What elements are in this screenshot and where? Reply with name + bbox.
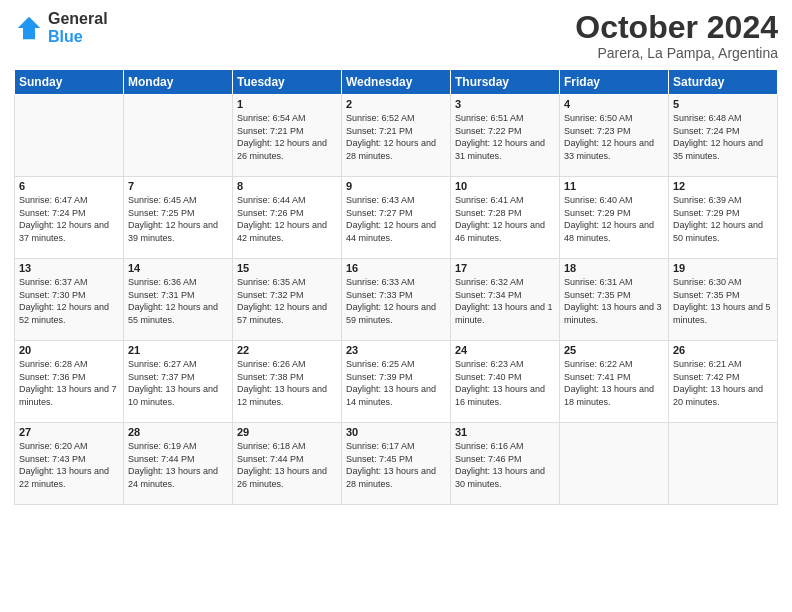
calendar-cell: 11Sunrise: 6:40 AM Sunset: 7:29 PM Dayli…	[560, 177, 669, 259]
calendar-cell: 15Sunrise: 6:35 AM Sunset: 7:32 PM Dayli…	[233, 259, 342, 341]
calendar-cell: 31Sunrise: 6:16 AM Sunset: 7:46 PM Dayli…	[451, 423, 560, 505]
day-info: Sunrise: 6:37 AM Sunset: 7:30 PM Dayligh…	[19, 276, 119, 326]
day-info: Sunrise: 6:28 AM Sunset: 7:36 PM Dayligh…	[19, 358, 119, 408]
day-info: Sunrise: 6:27 AM Sunset: 7:37 PM Dayligh…	[128, 358, 228, 408]
day-number: 31	[455, 426, 555, 438]
day-number: 13	[19, 262, 119, 274]
logo-icon	[14, 13, 44, 43]
calendar-cell: 1Sunrise: 6:54 AM Sunset: 7:21 PM Daylig…	[233, 95, 342, 177]
day-number: 19	[673, 262, 773, 274]
calendar-cell	[15, 95, 124, 177]
calendar-cell: 21Sunrise: 6:27 AM Sunset: 7:37 PM Dayli…	[124, 341, 233, 423]
day-number: 26	[673, 344, 773, 356]
day-number: 15	[237, 262, 337, 274]
day-number: 11	[564, 180, 664, 192]
day-info: Sunrise: 6:35 AM Sunset: 7:32 PM Dayligh…	[237, 276, 337, 326]
calendar-cell: 23Sunrise: 6:25 AM Sunset: 7:39 PM Dayli…	[342, 341, 451, 423]
location-subtitle: Parera, La Pampa, Argentina	[575, 45, 778, 61]
calendar-cell: 29Sunrise: 6:18 AM Sunset: 7:44 PM Dayli…	[233, 423, 342, 505]
day-info: Sunrise: 6:48 AM Sunset: 7:24 PM Dayligh…	[673, 112, 773, 162]
day-info: Sunrise: 6:41 AM Sunset: 7:28 PM Dayligh…	[455, 194, 555, 244]
day-number: 7	[128, 180, 228, 192]
day-number: 17	[455, 262, 555, 274]
calendar-cell: 25Sunrise: 6:22 AM Sunset: 7:41 PM Dayli…	[560, 341, 669, 423]
calendar-cell: 18Sunrise: 6:31 AM Sunset: 7:35 PM Dayli…	[560, 259, 669, 341]
day-info: Sunrise: 6:16 AM Sunset: 7:46 PM Dayligh…	[455, 440, 555, 490]
title-block: October 2024 Parera, La Pampa, Argentina	[575, 10, 778, 61]
col-tuesday: Tuesday	[233, 70, 342, 95]
calendar-cell: 26Sunrise: 6:21 AM Sunset: 7:42 PM Dayli…	[669, 341, 778, 423]
col-saturday: Saturday	[669, 70, 778, 95]
day-info: Sunrise: 6:22 AM Sunset: 7:41 PM Dayligh…	[564, 358, 664, 408]
col-thursday: Thursday	[451, 70, 560, 95]
day-number: 14	[128, 262, 228, 274]
day-info: Sunrise: 6:50 AM Sunset: 7:23 PM Dayligh…	[564, 112, 664, 162]
day-info: Sunrise: 6:21 AM Sunset: 7:42 PM Dayligh…	[673, 358, 773, 408]
col-sunday: Sunday	[15, 70, 124, 95]
svg-marker-0	[18, 16, 41, 39]
month-title: October 2024	[575, 10, 778, 45]
calendar-week-row: 27Sunrise: 6:20 AM Sunset: 7:43 PM Dayli…	[15, 423, 778, 505]
calendar-cell: 17Sunrise: 6:32 AM Sunset: 7:34 PM Dayli…	[451, 259, 560, 341]
day-number: 1	[237, 98, 337, 110]
day-number: 27	[19, 426, 119, 438]
calendar-cell: 7Sunrise: 6:45 AM Sunset: 7:25 PM Daylig…	[124, 177, 233, 259]
calendar-cell: 5Sunrise: 6:48 AM Sunset: 7:24 PM Daylig…	[669, 95, 778, 177]
calendar-week-row: 13Sunrise: 6:37 AM Sunset: 7:30 PM Dayli…	[15, 259, 778, 341]
calendar-cell: 16Sunrise: 6:33 AM Sunset: 7:33 PM Dayli…	[342, 259, 451, 341]
calendar-cell: 19Sunrise: 6:30 AM Sunset: 7:35 PM Dayli…	[669, 259, 778, 341]
day-info: Sunrise: 6:40 AM Sunset: 7:29 PM Dayligh…	[564, 194, 664, 244]
day-info: Sunrise: 6:47 AM Sunset: 7:24 PM Dayligh…	[19, 194, 119, 244]
day-number: 24	[455, 344, 555, 356]
day-info: Sunrise: 6:26 AM Sunset: 7:38 PM Dayligh…	[237, 358, 337, 408]
day-number: 10	[455, 180, 555, 192]
col-friday: Friday	[560, 70, 669, 95]
calendar-cell: 2Sunrise: 6:52 AM Sunset: 7:21 PM Daylig…	[342, 95, 451, 177]
calendar-cell: 20Sunrise: 6:28 AM Sunset: 7:36 PM Dayli…	[15, 341, 124, 423]
day-info: Sunrise: 6:25 AM Sunset: 7:39 PM Dayligh…	[346, 358, 446, 408]
day-number: 9	[346, 180, 446, 192]
calendar-cell: 27Sunrise: 6:20 AM Sunset: 7:43 PM Dayli…	[15, 423, 124, 505]
logo-text: General Blue	[48, 10, 108, 45]
calendar-cell: 10Sunrise: 6:41 AM Sunset: 7:28 PM Dayli…	[451, 177, 560, 259]
day-info: Sunrise: 6:19 AM Sunset: 7:44 PM Dayligh…	[128, 440, 228, 490]
day-number: 25	[564, 344, 664, 356]
day-number: 29	[237, 426, 337, 438]
logo-general-text: General	[48, 10, 108, 28]
col-wednesday: Wednesday	[342, 70, 451, 95]
day-number: 21	[128, 344, 228, 356]
day-info: Sunrise: 6:20 AM Sunset: 7:43 PM Dayligh…	[19, 440, 119, 490]
calendar-week-row: 20Sunrise: 6:28 AM Sunset: 7:36 PM Dayli…	[15, 341, 778, 423]
day-number: 5	[673, 98, 773, 110]
calendar-week-row: 6Sunrise: 6:47 AM Sunset: 7:24 PM Daylig…	[15, 177, 778, 259]
calendar-cell: 8Sunrise: 6:44 AM Sunset: 7:26 PM Daylig…	[233, 177, 342, 259]
day-number: 8	[237, 180, 337, 192]
calendar-cell: 28Sunrise: 6:19 AM Sunset: 7:44 PM Dayli…	[124, 423, 233, 505]
page: General Blue October 2024 Parera, La Pam…	[0, 0, 792, 612]
day-number: 22	[237, 344, 337, 356]
calendar-cell	[669, 423, 778, 505]
calendar-cell: 4Sunrise: 6:50 AM Sunset: 7:23 PM Daylig…	[560, 95, 669, 177]
day-info: Sunrise: 6:51 AM Sunset: 7:22 PM Dayligh…	[455, 112, 555, 162]
day-number: 4	[564, 98, 664, 110]
day-number: 28	[128, 426, 228, 438]
day-info: Sunrise: 6:18 AM Sunset: 7:44 PM Dayligh…	[237, 440, 337, 490]
day-number: 12	[673, 180, 773, 192]
calendar-cell: 13Sunrise: 6:37 AM Sunset: 7:30 PM Dayli…	[15, 259, 124, 341]
calendar-cell	[560, 423, 669, 505]
day-number: 30	[346, 426, 446, 438]
day-info: Sunrise: 6:43 AM Sunset: 7:27 PM Dayligh…	[346, 194, 446, 244]
calendar-cell: 3Sunrise: 6:51 AM Sunset: 7:22 PM Daylig…	[451, 95, 560, 177]
day-info: Sunrise: 6:54 AM Sunset: 7:21 PM Dayligh…	[237, 112, 337, 162]
calendar-header: Sunday Monday Tuesday Wednesday Thursday…	[15, 70, 778, 95]
header-row: Sunday Monday Tuesday Wednesday Thursday…	[15, 70, 778, 95]
day-number: 20	[19, 344, 119, 356]
day-info: Sunrise: 6:17 AM Sunset: 7:45 PM Dayligh…	[346, 440, 446, 490]
day-info: Sunrise: 6:45 AM Sunset: 7:25 PM Dayligh…	[128, 194, 228, 244]
day-number: 16	[346, 262, 446, 274]
calendar-cell: 24Sunrise: 6:23 AM Sunset: 7:40 PM Dayli…	[451, 341, 560, 423]
day-info: Sunrise: 6:33 AM Sunset: 7:33 PM Dayligh…	[346, 276, 446, 326]
header: General Blue October 2024 Parera, La Pam…	[14, 10, 778, 61]
day-number: 3	[455, 98, 555, 110]
day-info: Sunrise: 6:44 AM Sunset: 7:26 PM Dayligh…	[237, 194, 337, 244]
